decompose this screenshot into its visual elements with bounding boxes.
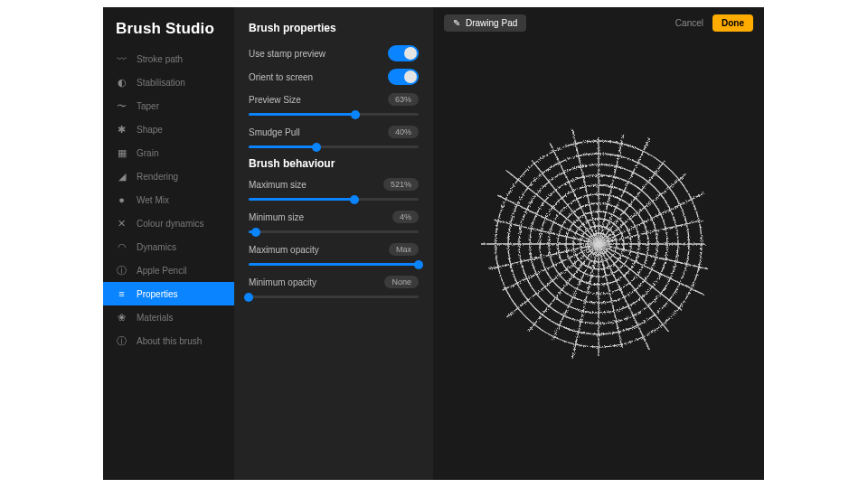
slider-minimum-size[interactable]: Minimum size4% [249,210,419,233]
shape-icon: ✱ [116,124,127,136]
sidebar-item-label: Apple Pencil [137,266,187,276]
slider-value: 40% [388,126,419,138]
slider-label: Minimum opacity [249,277,316,287]
stabilisation-icon: ◐ [116,77,127,89]
sidebar-item-label: Rendering [137,172,178,182]
slider-track[interactable] [249,113,419,116]
sidebar-item-label: Dynamics [137,242,176,252]
sidebar-item-shape[interactable]: ✱Shape [103,117,234,141]
slider-value: Max [389,243,419,256]
slider-track[interactable] [249,296,419,298]
sidebar-item-label: Grain [137,148,158,158]
preview-pane: ✎ Drawing Pad Cancel Done [433,7,764,480]
sidebar-item-stroke-path[interactable]: 〰Stroke path [103,47,234,70]
dynamics-icon: ◠ [116,241,127,253]
sidebar-item-grain[interactable]: ▦Grain [103,141,234,164]
sidebar-item-label: Taper [137,101,159,111]
sidebar-item-properties[interactable]: ≡Properties [103,282,234,305]
materials-icon: ❀ [116,312,127,324]
svg-line-30 [550,143,599,244]
sidebar-item-dynamics[interactable]: ◠Dynamics [103,235,234,258]
slider-track[interactable] [249,198,419,201]
slider-label: Smudge Pull [249,127,300,137]
sidebar-item-taper[interactable]: 〜Taper [103,94,234,117]
slider-track[interactable] [249,263,419,266]
wet-mix-icon: ● [116,194,127,206]
sidebar-item-label: Materials [137,313,174,323]
taper-icon: 〜 [116,100,127,112]
sidebar-item-label: Shape [137,125,163,135]
dynamics-color-icon: ✕ [116,218,127,230]
app-title: Brush Studio [103,14,234,47]
sidebar-item-wet-mix[interactable]: ●Wet Mix [103,188,234,211]
sidebar-item-label: Wet Mix [137,195,169,205]
slider-maximum-size[interactable]: Maximum size521% [249,177,419,201]
slider-label: Maximum opacity [249,245,319,255]
sidebar-item-about-this-brush[interactable]: ⓘAbout this brush [103,329,234,352]
slider-track[interactable] [249,145,419,148]
svg-line-27 [497,195,599,244]
sidebar-item-colour-dynamics[interactable]: ✕Colour dynamics [103,211,234,235]
slider-value: None [384,276,419,288]
slider-value: 4% [392,211,419,223]
grain-icon: ▦ [116,147,127,159]
slider-preview-size[interactable]: Preview Size63% [249,92,419,116]
slider-label: Maximum size [249,180,307,190]
sidebar: Brush Studio 〰Stroke path◐Stabilisation〜… [103,7,234,480]
toggle-stamp-preview-label: Use stamp preview [249,49,326,59]
drawing-canvas[interactable] [433,7,764,480]
toggle-orient-screen[interactable] [388,69,419,85]
svg-line-23 [503,244,599,290]
apple-pencil-icon: ⓘ [116,265,127,277]
drawing-pad-button[interactable]: ✎ Drawing Pad [444,14,526,32]
toggle-orient-screen-label: Orient to screen [249,72,313,82]
slider-smudge-pull[interactable]: Smudge Pull40% [249,125,419,148]
cancel-button[interactable]: Cancel [675,18,703,28]
slider-label: Minimum size [249,212,304,222]
sidebar-item-materials[interactable]: ❀Materials [103,305,234,329]
svg-line-20 [552,244,599,340]
slider-minimum-opacity[interactable]: Minimum opacityNone [249,275,419,298]
sidebar-item-stabilisation[interactable]: ◐Stabilisation [103,70,234,94]
sidebar-item-label: Properties [137,289,178,299]
section-brush-behaviour: Brush behaviour [249,157,419,170]
slider-value: 521% [383,178,419,191]
slider-track[interactable] [249,230,419,233]
sidebar-item-label: Stabilisation [137,78,185,88]
section-brush-properties: Brush properties [249,22,419,34]
edit-icon: ✎ [453,18,460,28]
sidebar-item-label: Stroke path [137,54,183,64]
sidebar-item-apple-pencil[interactable]: ⓘApple Pencil [103,258,234,282]
brush-preview-art [472,117,725,371]
properties-icon: ≡ [116,288,127,300]
brush-studio-window: Brush Studio 〰Stroke path◐Stabilisation〜… [103,7,764,480]
stroke-path-icon: 〰 [116,53,127,65]
slider-maximum-opacity[interactable]: Maximum opacityMax [249,242,419,266]
drawing-pad-label: Drawing Pad [466,18,517,28]
settings-pane: Brush properties Use stamp preview Orien… [234,7,433,480]
slider-label: Preview Size [249,95,301,105]
sidebar-item-label: Colour dynamics [137,219,203,229]
about-icon: ⓘ [116,335,127,347]
slider-value: 63% [388,93,419,106]
done-button[interactable]: Done [712,14,753,32]
sidebar-item-rendering[interactable]: ◢Rendering [103,164,234,188]
rendering-icon: ◢ [116,171,127,183]
sidebar-item-label: About this brush [137,336,202,346]
toggle-stamp-preview[interactable] [388,45,419,61]
